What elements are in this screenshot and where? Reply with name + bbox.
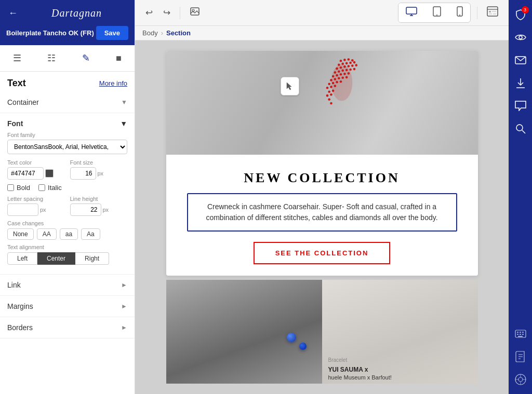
text-alignment-label: Text alignment (7, 244, 127, 250)
collection-desc-wrapper[interactable]: Crewneck in cashmere Coarsehair. Super- … (187, 193, 457, 232)
sliders-icon[interactable]: ■ (111, 50, 127, 67)
line-height-input-row: px (70, 203, 128, 216)
svg-rect-69 (522, 332, 524, 333)
case-title-btn[interactable]: Aa (81, 228, 100, 240)
text-color-input-row (7, 167, 65, 180)
desktop-view-btn[interactable] (398, 3, 424, 22)
book-icon-btn[interactable] (510, 346, 531, 367)
shield-icon-btn[interactable]: 3 (510, 4, 531, 25)
case-upper-btn[interactable]: AA (37, 228, 57, 240)
text-color-col: Text color (7, 159, 65, 180)
sidebar-header: ← Dartagnan (0, 0, 135, 26)
font-size-input-row: px (70, 167, 128, 180)
font-size-label: Font size (70, 159, 128, 166)
tablet-view-btn[interactable] (425, 3, 448, 22)
svg-point-78 (518, 377, 523, 382)
svg-point-64 (516, 125, 523, 131)
breadcrumb: Body › Section (135, 26, 509, 40)
svg-rect-72 (522, 334, 524, 335)
svg-point-57 (328, 98, 330, 101)
letter-spacing-input[interactable] (7, 203, 38, 216)
breadcrumb-section[interactable]: Section (166, 29, 191, 37)
bracelet-name: YUI SAUMA x (328, 366, 368, 373)
code-view-btn[interactable] (484, 4, 501, 21)
svg-line-65 (522, 130, 525, 133)
bottom-right-image: Bracelet YUI SAUMA x huele Museum x Barf… (322, 280, 478, 384)
section-title: Text (7, 78, 26, 89)
more-info-link[interactable]: More info (99, 79, 127, 87)
font-family-select[interactable]: BentonSansBook, Arial, Helvetica, (7, 140, 127, 154)
text-color-label: Text color (7, 159, 65, 166)
svg-rect-68 (520, 332, 521, 333)
eye-icon-btn[interactable] (510, 27, 531, 48)
back-button[interactable]: ← (6, 6, 20, 21)
selection-tool[interactable] (281, 77, 299, 96)
line-height-label: Line height (70, 196, 128, 202)
container-label: Container (7, 98, 39, 106)
svg-point-16 (343, 59, 346, 61)
align-left-btn[interactable]: Left (7, 252, 37, 265)
font-arrow-icon: ▼ (120, 119, 127, 128)
container-row[interactable]: Container ▼ (0, 92, 135, 113)
svg-rect-0 (191, 8, 199, 15)
svg-point-18 (351, 59, 353, 62)
download-icon-btn[interactable] (510, 73, 531, 93)
italic-checkbox[interactable] (38, 184, 45, 191)
top-toolbar: ↩ ↪ (135, 0, 509, 26)
italic-checkbox-label[interactable]: Italic (38, 184, 62, 192)
text-color-fontsize-row: Text color Font size px (7, 159, 127, 180)
link-row[interactable]: Link ► (0, 275, 135, 296)
svg-rect-13 (489, 13, 492, 15)
case-none-btn[interactable]: None (7, 228, 34, 240)
bold-checkbox-label[interactable]: Bold (7, 184, 30, 192)
svg-rect-73 (518, 336, 523, 337)
svg-point-29 (355, 64, 357, 66)
undo-button[interactable]: ↩ (142, 5, 156, 20)
mail-icon-btn[interactable] (510, 50, 531, 71)
letter-line-row: Letter spacing px Line height px (7, 196, 127, 216)
font-body: Font family BentonSansBook, Arial, Helve… (0, 132, 135, 265)
chat-icon-btn[interactable] (510, 96, 531, 116)
font-section: Font ▼ Font family BentonSansBook, Arial… (0, 113, 135, 275)
grid-view-icon[interactable]: ☷ (42, 49, 61, 67)
align-center-btn[interactable]: Center (37, 252, 75, 265)
bold-checkbox[interactable] (7, 184, 14, 191)
align-right-btn[interactable]: Right (75, 252, 109, 265)
image-insert-button[interactable] (187, 4, 203, 21)
margins-label: Margins (7, 302, 33, 310)
svg-point-35 (353, 68, 355, 71)
list-view-icon[interactable]: ☰ (8, 49, 26, 67)
search-icon-btn[interactable] (510, 118, 531, 139)
case-lower-btn[interactable]: aa (60, 228, 78, 240)
align-buttons: Left Center Right (7, 252, 127, 265)
section-content: NEW COLLECTION Crewneck in cashmere Coar… (166, 155, 478, 276)
text-color-input[interactable] (7, 167, 44, 180)
font-size-input[interactable] (70, 167, 96, 180)
mobile-icon (457, 6, 463, 17)
breadcrumb-body[interactable]: Body (142, 29, 158, 37)
color-swatch[interactable] (45, 169, 54, 178)
see-collection-button[interactable]: SEE THE COLLECTION (254, 242, 391, 264)
canvas-area[interactable]: NEW COLLECTION Crewneck in cashmere Coar… (135, 40, 509, 394)
collection-title: NEW COLLECTION (187, 170, 457, 186)
borders-row[interactable]: Borders ► (0, 317, 135, 338)
keyboard-icon-btn[interactable] (510, 323, 531, 344)
line-height-input[interactable] (70, 203, 101, 216)
font-section-header[interactable]: Font ▼ (0, 113, 135, 132)
margins-row[interactable]: Margins ► (0, 296, 135, 317)
main-area: ↩ ↪ (135, 0, 509, 394)
save-button[interactable]: Save (96, 26, 128, 40)
redo-button[interactable]: ↪ (160, 5, 174, 20)
mobile-view-btn[interactable] (449, 3, 470, 22)
svg-point-27 (347, 65, 350, 67)
svg-point-22 (349, 62, 352, 64)
svg-rect-70 (517, 334, 518, 335)
support-icon-btn[interactable] (510, 369, 531, 390)
pen-tool-icon[interactable]: ✎ (77, 49, 95, 67)
svg-rect-11 (489, 11, 491, 12)
search-icon (515, 124, 526, 134)
device-selector (398, 3, 471, 23)
svg-point-6 (436, 15, 437, 16)
svg-point-56 (330, 93, 332, 96)
letter-spacing-col: Letter spacing px (7, 196, 65, 216)
